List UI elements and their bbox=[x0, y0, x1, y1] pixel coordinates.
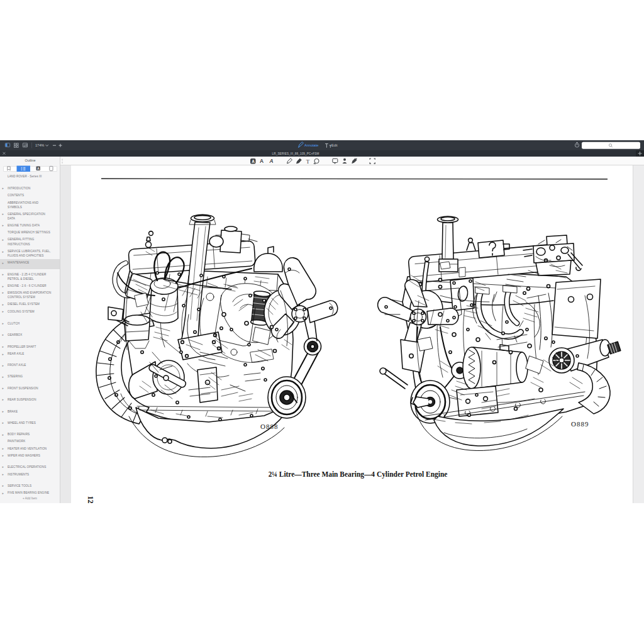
svg-text:O888: O888 bbox=[260, 423, 278, 430]
svg-text:O889: O889 bbox=[571, 420, 589, 428]
